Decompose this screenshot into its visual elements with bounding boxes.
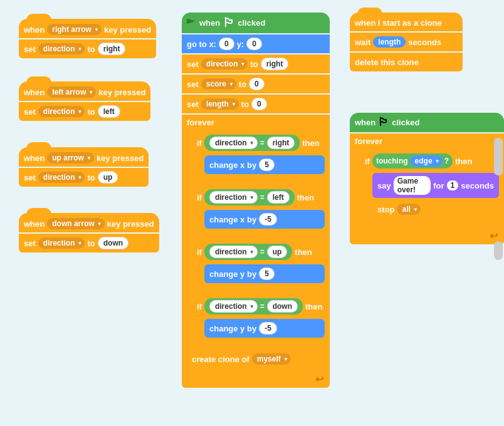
- length-val[interactable]: 0: [251, 98, 267, 110]
- if1-dir-dd[interactable]: direction: [209, 137, 258, 149]
- set-direction-left[interactable]: set direction to left: [19, 102, 150, 121]
- when-up-hat[interactable]: when up arrow key pressed: [19, 147, 149, 167]
- if4-block: if direction = down then change y by -5: [192, 295, 327, 345]
- length-dd[interactable]: length: [201, 98, 239, 110]
- cy-lbl-2: change y by: [209, 324, 256, 333]
- when-label-3: when: [24, 153, 45, 163]
- score-dd[interactable]: score: [201, 78, 236, 90]
- when-down-group: when down arrow key pressed set directio…: [19, 213, 159, 252]
- set-direction-up[interactable]: set direction to up: [19, 168, 149, 187]
- if2-footer: [192, 231, 327, 236]
- if1-footer: [192, 177, 327, 182]
- cy-val[interactable]: 5: [259, 268, 275, 280]
- if4-val[interactable]: down: [267, 300, 298, 313]
- forever-block-2: forever if touching edge ? then say: [350, 133, 504, 244]
- if2-body: change x by -5: [192, 209, 327, 231]
- if-touch-if: if: [365, 157, 370, 166]
- stop-all[interactable]: stop all: [372, 200, 499, 219]
- create-clone[interactable]: create clone of myself: [187, 350, 325, 368]
- change-y-5[interactable]: change y by 5: [204, 264, 325, 283]
- cx-val-2[interactable]: -5: [259, 213, 277, 226]
- when-clone-hat[interactable]: when I start as a clone: [350, 13, 463, 31]
- left-arrow-dropdown[interactable]: left arrow: [47, 86, 96, 98]
- if3-header[interactable]: if direction = up then: [192, 241, 327, 263]
- to-label-3: to: [87, 173, 95, 182]
- cy-val-2[interactable]: -5: [259, 322, 277, 335]
- if2-val[interactable]: left: [267, 191, 290, 204]
- if4-eq: =: [260, 302, 265, 311]
- if1-if: if: [197, 138, 202, 148]
- set-length-lbl: set: [187, 100, 199, 109]
- cx-val[interactable]: 5: [259, 158, 275, 171]
- scrollbar-right-2[interactable]: [494, 241, 503, 260]
- set-direction-down[interactable]: set direction to down: [19, 234, 159, 252]
- if3-body: change y by 5: [192, 263, 327, 286]
- to-label-4: to: [87, 239, 95, 248]
- all-dd[interactable]: all: [397, 204, 420, 215]
- when-flag-clicked[interactable]: when 🏳 clicked: [182, 13, 330, 33]
- when-right-group: when right arrow key pressed set directi…: [19, 19, 156, 58]
- if1-then: then: [302, 138, 319, 148]
- to-lbl: to: [250, 60, 258, 69]
- to-label-2: to: [87, 107, 95, 117]
- direction-dropdown-1[interactable]: direction: [38, 43, 85, 55]
- clone-script-group: when I start as a clone wait length seco…: [350, 13, 463, 71]
- change-y-neg5[interactable]: change y by -5: [204, 319, 325, 338]
- right-arrow-dropdown[interactable]: right arrow: [47, 24, 102, 35]
- down-arrow-dropdown[interactable]: down arrow: [47, 218, 104, 229]
- length-to-lbl: to: [241, 100, 249, 109]
- goto-xy[interactable]: go to x: 0 y: 0: [182, 34, 330, 53]
- touching-condition: touching edge ?: [372, 153, 453, 169]
- if4-condition: direction = down: [204, 298, 303, 314]
- if-touch-container: if touching edge ? then say Game over! f…: [350, 149, 504, 227]
- forever-arrow: ↩: [182, 371, 330, 388]
- if2-then: then: [297, 193, 314, 202]
- set-dir-right-center[interactable]: set direction to right: [182, 55, 330, 73]
- when-right-hat[interactable]: when right arrow key pressed: [19, 19, 156, 38]
- if3-dir-dd[interactable]: direction: [209, 246, 258, 258]
- main-script-group: when 🏳 clicked go to x: 0 y: 0 set direc…: [182, 13, 330, 388]
- direction-dropdown-2[interactable]: direction: [38, 106, 85, 117]
- if-touch-header[interactable]: if touching edge ? then: [360, 150, 501, 172]
- change-x-neg5[interactable]: change x by -5: [204, 210, 325, 229]
- if4-dir-dd[interactable]: direction: [209, 300, 258, 313]
- game-over-val[interactable]: Game over!: [394, 176, 431, 195]
- if1-header[interactable]: if direction = right then: [192, 132, 327, 154]
- when-lbl-2: when: [355, 118, 375, 127]
- myself-dd[interactable]: myself: [252, 353, 291, 365]
- edge-dd[interactable]: edge: [410, 155, 443, 167]
- dir-dd-center[interactable]: direction: [201, 58, 248, 70]
- scrollbar-right-1[interactable]: [494, 138, 503, 175]
- direction-dropdown-3[interactable]: direction: [38, 172, 85, 183]
- if1-val[interactable]: right: [267, 137, 295, 149]
- when-down-hat[interactable]: when down arrow key pressed: [19, 213, 159, 232]
- goto-x[interactable]: 0: [219, 38, 234, 50]
- if2-dir-dd[interactable]: direction: [209, 191, 258, 204]
- set-score[interactable]: set score to 0: [182, 75, 330, 93]
- when-label: when: [24, 25, 45, 34]
- dir-right-val: right: [261, 58, 289, 70]
- set-direction-right[interactable]: set direction to right: [19, 39, 156, 58]
- if3-val[interactable]: up: [267, 246, 288, 258]
- up-arrow-dropdown[interactable]: up arrow: [47, 152, 94, 164]
- if4-container: if direction = down then change y by -5: [182, 294, 330, 348]
- set-label-4: set: [24, 239, 36, 248]
- score-val[interactable]: 0: [249, 78, 265, 90]
- secs-val[interactable]: 1: [447, 180, 459, 190]
- score-to-lbl: to: [239, 80, 246, 89]
- if1-body: change x by 5: [192, 154, 327, 177]
- if4-header[interactable]: if direction = down then: [192, 295, 327, 318]
- flag-symbol: 🏳: [223, 16, 235, 30]
- if1-container: if direction = right then change x by 5: [182, 130, 330, 185]
- delete-clone[interactable]: delete this clone: [350, 53, 463, 71]
- when-left-hat[interactable]: when left arrow key pressed: [19, 81, 150, 101]
- if2-header[interactable]: if direction = left then: [192, 186, 327, 209]
- wait-length[interactable]: wait length seconds: [350, 33, 463, 51]
- set-length[interactable]: set length to 0: [182, 95, 330, 113]
- set-label-1: set: [24, 44, 36, 54]
- say-block[interactable]: say Game over! for 1 seconds: [372, 173, 499, 198]
- change-x-5[interactable]: change x by 5: [204, 155, 325, 174]
- direction-dropdown-4[interactable]: direction: [38, 237, 85, 249]
- goto-y[interactable]: 0: [246, 38, 262, 50]
- when-flag-2[interactable]: when 🏳 clicked: [350, 113, 504, 132]
